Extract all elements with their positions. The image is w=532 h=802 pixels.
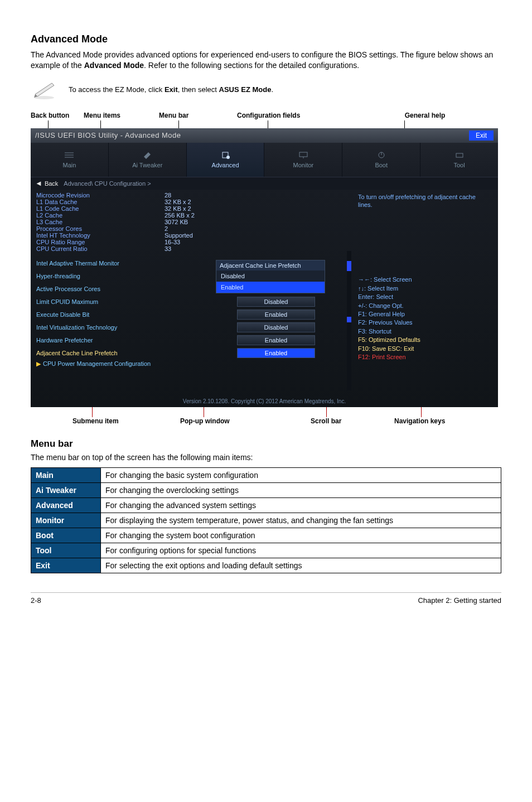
- table-row: ExitFor selecting the exit options and l…: [31, 558, 501, 573]
- note-bold-exit: Exit: [165, 85, 178, 94]
- callout-popup-window: Pop-up window: [180, 417, 230, 425]
- info-label: L3 Cache: [36, 219, 165, 225]
- page-footer: 2-8 Chapter 2: Getting started: [31, 592, 501, 605]
- bios-tab-tool[interactable]: Tool: [420, 143, 498, 177]
- table-tab-desc: For changing the basic system configurat…: [101, 467, 501, 482]
- table-row: ToolFor configuring options for special …: [31, 543, 501, 558]
- setting-row[interactable]: Execute Disable BitEnabled: [36, 308, 346, 321]
- pencil-icon: [31, 79, 57, 101]
- nav-key-line: +/-: Change Opt.: [358, 302, 491, 310]
- popup-window: Adjacent Cache Line Prefetch Disabled En…: [216, 260, 325, 293]
- info-label: L1 Code Cache: [36, 205, 165, 212]
- table-row: BootFor changing the system boot configu…: [31, 528, 501, 543]
- info-value: 32 KB x 2: [165, 205, 191, 212]
- info-label: L1 Data Cache: [36, 199, 165, 205]
- bios-header-title: /ISUS UEFI BIOS Utility - Advanced Mode: [35, 131, 469, 139]
- setting-row[interactable]: Intel Virtualization TechnologyDisabled: [36, 321, 346, 334]
- callout-navigation-keys: Navigation keys: [394, 417, 445, 425]
- setting-row[interactable]: Adjacent Cache Line PrefetchEnabled: [36, 347, 346, 359]
- table-row: AdvancedFor changing the advanced system…: [31, 497, 501, 513]
- submenu-arrow-icon: ▶: [36, 360, 41, 367]
- popup-option-selected[interactable]: Enabled: [216, 282, 325, 293]
- bios-breadcrumb: ◄ Back Advanced\ CPU Configuration >: [31, 177, 498, 190]
- setting-value: Enabled: [237, 310, 315, 320]
- bios-exit-label: Exit: [476, 132, 487, 139]
- intro-text-tail: . Refer to the following sections for th…: [144, 61, 359, 70]
- scrollbar-thumb[interactable]: [347, 261, 351, 271]
- nav-key-line: F1: General Help: [358, 310, 491, 318]
- callout-scroll-bar: Scroll bar: [311, 417, 341, 425]
- table-tab-desc: For changing the advanced system setting…: [101, 497, 501, 513]
- info-value: 32 KB x 2: [165, 199, 191, 205]
- table-tab-desc: For changing the overclocking settings: [101, 482, 501, 497]
- setting-row[interactable]: Hardware PrefetcherEnabled: [36, 334, 346, 346]
- bios-tab-ai-tweaker[interactable]: Ai Tweaker: [108, 143, 186, 177]
- table-tab-name: Advanced: [31, 497, 101, 513]
- callout-bottom: Submenu item Pop-up window Scroll bar Na…: [31, 407, 501, 426]
- power-icon: [376, 151, 387, 160]
- setting-value: Disabled: [237, 297, 315, 307]
- info-value: 16-33: [165, 239, 180, 245]
- scrollbar[interactable]: [347, 251, 351, 390]
- table-row: MainFor changing the basic system config…: [31, 467, 501, 482]
- setting-label: Active Processor Cores: [36, 286, 237, 292]
- info-value: 256 KB x 2: [165, 212, 195, 219]
- breadcrumb-path: Advanced\ CPU Configuration >: [64, 180, 151, 187]
- bios-tab-monitor[interactable]: Monitor: [264, 143, 342, 177]
- callout-config-fields: Configuration fields: [237, 112, 349, 119]
- bios-tab-boot[interactable]: Boot: [342, 143, 420, 177]
- info-label: CPU Ratio Range: [36, 239, 165, 245]
- table-row: Ai TweakerFor changing the overclocking …: [31, 482, 501, 497]
- setting-value: Enabled: [237, 348, 315, 358]
- menu-bar-text: The menu bar on top of the screen has th…: [31, 453, 501, 462]
- table-tab-name: Exit: [31, 558, 101, 573]
- note-row: To access the EZ Mode, click Exit, then …: [31, 79, 501, 101]
- info-value: 2: [165, 225, 168, 232]
- callout-general-help: General help: [349, 112, 501, 119]
- bios-tab-main[interactable]: Main: [31, 143, 108, 177]
- table-tab-desc: For selecting the exit options and loadi…: [101, 558, 501, 573]
- bios-screenshot: /ISUS UEFI BIOS Utility - Advanced Mode …: [31, 128, 498, 407]
- bios-header: /ISUS UEFI BIOS Utility - Advanced Mode …: [31, 128, 498, 143]
- callout-menu-bar: Menu bar: [159, 112, 237, 119]
- callout-labels-top: Back button Menu items Menu bar Configur…: [31, 109, 501, 120]
- nav-key-line: F3: Shortcut: [358, 327, 491, 336]
- bios-left-pane: Microcode Revision28 L1 Data Cache32 KB …: [31, 190, 351, 396]
- setting-label: Limit CPUID Maximum: [36, 298, 237, 305]
- scrollbar-thumb[interactable]: [347, 317, 351, 322]
- nav-key-line: F2: Previous Values: [358, 318, 491, 327]
- tab-label: Main: [62, 162, 76, 168]
- back-arrow-icon[interactable]: ◄: [35, 179, 42, 187]
- info-label: CPU Current Ratio: [36, 245, 165, 252]
- callout-back-button: Back button: [31, 112, 84, 119]
- table-tab-desc: For displaying the system temperature, p…: [101, 513, 501, 528]
- help-text: To turn on/off prefetching of adjacent c…: [358, 193, 491, 209]
- bios-exit-button[interactable]: Exit: [469, 131, 494, 141]
- table-tab-name: Ai Tweaker: [31, 482, 101, 497]
- setting-row[interactable]: Limit CPUID MaximumDisabled: [36, 296, 346, 308]
- breadcrumb-back-label[interactable]: Back: [45, 180, 58, 187]
- tab-label: Ai Tweaker: [132, 162, 162, 168]
- bios-version-footer: Version 2.10.1208. Copyright (C) 2012 Am…: [31, 396, 498, 407]
- nav-key-line: →←: Select Screen: [358, 276, 491, 284]
- setting-label: Hyper-threading: [36, 273, 237, 279]
- bios-tabs: Main Ai Tweaker Advanced Monitor Boot: [31, 143, 498, 177]
- setting-label: Intel Adaptive Thermal Monitor: [36, 260, 237, 267]
- monitor-icon: [298, 151, 309, 160]
- popup-option[interactable]: Disabled: [216, 270, 325, 282]
- tab-label: Advanced: [212, 162, 239, 168]
- svg-rect-12: [456, 153, 463, 157]
- intro-bold: Advanced Mode: [84, 61, 144, 70]
- note-text: To access the EZ Mode, click Exit, then …: [69, 85, 273, 94]
- setting-label: Execute Disable Bit: [36, 311, 237, 318]
- table-tab-name: Monitor: [31, 513, 101, 528]
- submenu-row[interactable]: ▶CPU Power Management Configuration: [36, 360, 346, 368]
- info-label: L2 Cache: [36, 212, 165, 219]
- nav-key-line: F10: Save ESC: Exit: [358, 345, 491, 353]
- info-label: Processor Cores: [36, 225, 165, 232]
- setting-label: Intel Virtualization Technology: [36, 324, 237, 331]
- table-tab-desc: For changing the system boot configurati…: [101, 528, 501, 543]
- info-value: 3072 KB: [165, 219, 188, 225]
- bios-tab-advanced[interactable]: Advanced: [186, 143, 264, 177]
- intro-paragraph: The Advanced Mode provides advanced opti…: [31, 50, 501, 71]
